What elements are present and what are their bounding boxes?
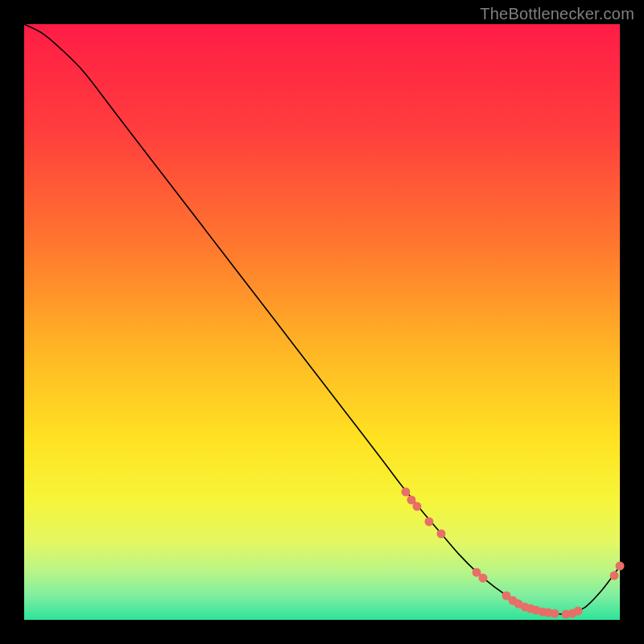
data-marker bbox=[425, 517, 434, 526]
data-marker bbox=[550, 609, 559, 617]
data-marker bbox=[413, 502, 422, 511]
data-marker bbox=[574, 606, 583, 615]
svg-rect-0 bbox=[24, 24, 620, 620]
data-marker bbox=[609, 571, 618, 580]
watermark-text: TheBottlenecker.com bbox=[480, 5, 634, 23]
chart-area bbox=[24, 24, 620, 620]
data-marker bbox=[616, 562, 625, 571]
data-marker bbox=[478, 574, 487, 583]
data-marker bbox=[437, 529, 446, 538]
gradient-background bbox=[24, 24, 620, 620]
